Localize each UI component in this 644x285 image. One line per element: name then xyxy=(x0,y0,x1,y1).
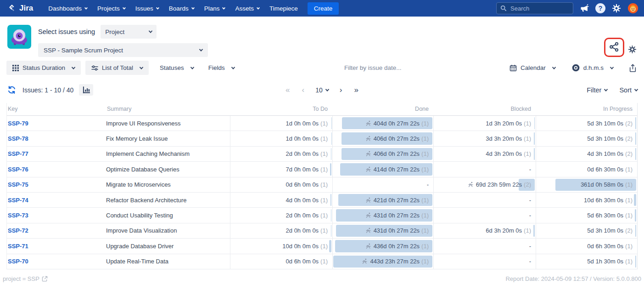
running-status-icon xyxy=(365,136,371,142)
duration-bar xyxy=(534,132,535,144)
issues-count-label: Issues: 1 - 10 / 40 xyxy=(22,86,73,94)
duration-bar xyxy=(635,148,636,160)
grid-icon xyxy=(12,65,19,71)
chevron-down-icon xyxy=(222,6,225,9)
chevron-down-icon xyxy=(191,6,195,9)
done-duration-cell: 443d 23h 27m 22s(1) xyxy=(332,254,433,269)
settings-gear-icon[interactable] xyxy=(612,4,621,13)
todo-duration-cell: 0d 6h 0m 0s(1) xyxy=(230,254,332,269)
issue-summary-cell: Update Real-Time Data xyxy=(106,254,230,269)
done-duration-cell: 431d 0h 27m 22s(1) xyxy=(332,223,433,238)
nav-item-dashboards[interactable]: Dashboards xyxy=(43,0,92,17)
sort-menu-button[interactable]: Sort xyxy=(619,86,638,94)
fields-select[interactable]: Fields xyxy=(202,61,241,75)
issue-key-link[interactable]: SSP-74 xyxy=(8,197,28,204)
col-header-done[interactable]: Done xyxy=(332,103,433,115)
duration-bar xyxy=(331,148,331,160)
issue-key-cell: SSP-71 xyxy=(7,239,106,253)
table-row: SSP-73Conduct Usability Testing2d 0h 0m … xyxy=(7,208,637,223)
nav-item-boards[interactable]: Boards xyxy=(164,0,199,17)
issue-summary-cell: Refactor Backend Architecture xyxy=(106,193,230,207)
top-nav: Jira DashboardsProjectsIssuesBoardsPlans… xyxy=(0,0,644,17)
issue-key-link[interactable]: SSP-75 xyxy=(8,181,28,188)
nav-item-assets[interactable]: Assets xyxy=(230,0,264,17)
issue-summary-cell: Upgrade Database Driver xyxy=(106,239,230,253)
filter-menu-button[interactable]: Filter xyxy=(587,86,607,94)
col-header-summary[interactable]: Summary xyxy=(106,103,230,115)
page-size-select[interactable]: 10 xyxy=(313,86,331,94)
duration-bar xyxy=(635,132,637,144)
running-status-icon xyxy=(362,258,368,264)
view-type-select[interactable]: Status Duration xyxy=(6,61,81,75)
issue-summary-cell: Improve Data Visualization xyxy=(106,223,230,238)
col-header-blocked[interactable]: Blocked xyxy=(433,103,536,115)
nav-item-issues[interactable]: Issues xyxy=(130,0,164,17)
duration-bar xyxy=(534,117,535,129)
done-duration-cell: 406d 0h 27m 22s(1) xyxy=(332,147,433,161)
inprogress-duration-cell: 361d 0h 58m 0s(1) xyxy=(536,177,637,192)
issue-key-link[interactable]: SSP-76 xyxy=(8,166,28,173)
issue-key-link[interactable]: SSP-78 xyxy=(8,135,28,142)
announcements-icon[interactable] xyxy=(580,4,589,13)
issue-key-link[interactable]: SSP-73 xyxy=(8,212,28,219)
col-header-inprogress[interactable]: In Progress xyxy=(536,103,637,115)
chart-view-button[interactable] xyxy=(79,84,93,96)
share-button[interactable] xyxy=(608,41,620,53)
issue-key-link[interactable]: SSP-72 xyxy=(8,227,28,234)
chevron-down-icon xyxy=(140,65,143,69)
page-footer: project = SSP Report Date: 2024-05-09 12… xyxy=(0,275,644,282)
export-icon[interactable] xyxy=(628,63,638,73)
issue-summary-cell: Conduct Usability Testing xyxy=(106,208,230,222)
refresh-icon[interactable] xyxy=(6,85,17,95)
nav-item-timepiece[interactable]: Timepiece xyxy=(264,0,303,17)
issue-key-link[interactable]: SSP-77 xyxy=(8,150,28,157)
duration-format-select[interactable]: d.h.m.s xyxy=(566,61,620,75)
next-page-button[interactable]: › xyxy=(336,86,346,95)
calendar-icon xyxy=(510,64,517,72)
col-header-todo[interactable]: To Do xyxy=(230,103,332,115)
done-duration-cell: 431d 0h 27m 22s(1) xyxy=(332,208,433,222)
chevron-down-icon xyxy=(190,65,194,69)
col-header-key[interactable]: Key xyxy=(7,103,106,115)
running-status-icon xyxy=(365,120,371,126)
inprogress-duration-cell: 5d 3h 10m 0s(2) xyxy=(536,131,637,146)
done-duration-cell: 421d 0h 27m 22s(1) xyxy=(332,193,433,207)
search-input[interactable] xyxy=(510,5,566,12)
inprogress-duration-cell: 5d 3h 10m 0s(2) xyxy=(536,223,637,238)
inprogress-duration-cell: 4d 3h 10m 0s(2) xyxy=(536,147,637,161)
calendar-select[interactable]: Calendar xyxy=(503,61,562,75)
project-select[interactable]: SSP - Sample Scrum Project xyxy=(38,43,208,57)
table-row: SSP-71Upgrade Database Driver10d 0h 0m 0… xyxy=(7,239,637,254)
first-page-button[interactable]: « xyxy=(282,86,293,95)
user-avatar[interactable] xyxy=(627,3,638,14)
issue-key-link[interactable]: SSP-79 xyxy=(8,120,28,127)
duration-bar xyxy=(331,225,331,237)
highlight-ring xyxy=(604,38,624,57)
date-filter-input[interactable]: Filter by issue date... xyxy=(243,64,503,71)
nav-item-plans[interactable]: Plans xyxy=(199,0,230,17)
statuses-select[interactable]: Statuses xyxy=(153,61,200,75)
pager-bar: Issues: 1 - 10 / 40 « ‹ 10 › » Filter So… xyxy=(0,84,644,96)
aggregation-select[interactable]: List of Total xyxy=(85,61,149,75)
duration-bar xyxy=(330,194,331,206)
duration-bar xyxy=(533,225,535,237)
report-toolbar: Status Duration List of Total Statuses F… xyxy=(0,61,644,75)
help-icon[interactable]: ? xyxy=(595,3,605,13)
prev-page-button[interactable]: ‹ xyxy=(298,86,308,95)
report-meta-text: Report Date: 2024-05-09 12:57 / Version:… xyxy=(505,275,641,282)
nav-item-projects[interactable]: Projects xyxy=(92,0,130,17)
nav-menu: DashboardsProjectsIssuesBoardsPlansAsset… xyxy=(43,0,302,17)
gadget-settings-button[interactable] xyxy=(627,44,638,55)
chevron-down-icon xyxy=(72,65,75,69)
issue-key-link[interactable]: SSP-71 xyxy=(8,243,28,250)
issue-key-link[interactable]: SSP-70 xyxy=(8,258,28,265)
last-page-button[interactable]: » xyxy=(350,86,362,95)
create-button[interactable]: Create xyxy=(308,2,339,15)
jira-brand-text: Jira xyxy=(19,4,33,13)
jira-logo[interactable]: Jira xyxy=(7,4,33,13)
external-link-icon[interactable] xyxy=(42,276,48,282)
running-status-icon xyxy=(365,228,371,234)
search-box[interactable] xyxy=(496,2,573,14)
inprogress-duration-cell: 0d 6h 30m 0s(1) xyxy=(536,162,637,177)
issue-source-select[interactable]: Project xyxy=(101,25,157,39)
